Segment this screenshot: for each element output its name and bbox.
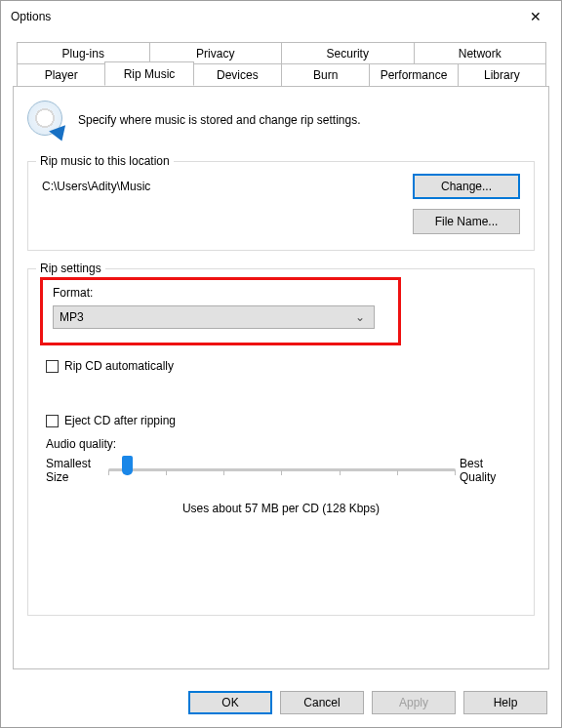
cancel-button[interactable]: Cancel [280, 691, 364, 714]
ok-button[interactable]: OK [188, 691, 272, 714]
panel-description: Specify where music is stored and change… [78, 113, 360, 127]
tab-burn[interactable]: Burn [281, 63, 370, 86]
options-dialog: Options ✕ Plug-ins Privacy Security Netw… [0, 0, 562, 728]
apply-button[interactable]: Apply [372, 691, 456, 714]
tab-security[interactable]: Security [281, 42, 415, 64]
audio-quality-label: Audio quality: [46, 437, 520, 451]
format-label: Format: [53, 286, 388, 300]
tab-strip: Plug-ins Privacy Security Network Player… [13, 42, 549, 87]
tab-performance[interactable]: Performance [369, 63, 458, 86]
slider-thumb[interactable] [122, 456, 133, 475]
window-title: Options [11, 10, 514, 23]
tab-panel-rip-music: Specify where music is stored and change… [13, 86, 549, 669]
eject-label: Eject CD after ripping [64, 414, 176, 427]
tab-devices[interactable]: Devices [193, 63, 282, 86]
file-name-button[interactable]: File Name... [413, 209, 520, 234]
tab-rip-music[interactable]: Rip Music [104, 61, 193, 86]
audio-quality-slider-row: Smallest Size Best Quality [46, 457, 516, 492]
group-rip-settings-legend: Rip settings [36, 262, 105, 275]
dialog-button-bar: OK Cancel Apply Help [1, 678, 561, 727]
group-rip-location-legend: Rip music to this location [36, 154, 174, 168]
rip-location-path: C:\Users\Adity\Music [42, 174, 403, 193]
rip-auto-row[interactable]: Rip CD automatically [46, 359, 520, 373]
audio-quality-usage: Uses about 57 MB per CD (128 Kbps) [42, 502, 520, 515]
tab-player[interactable]: Player [17, 63, 105, 86]
tab-library[interactable]: Library [458, 63, 546, 86]
panel-header: Specify where music is stored and change… [27, 101, 535, 140]
content-area: Plug-ins Privacy Security Network Player… [1, 32, 561, 678]
rip-auto-label: Rip CD automatically [64, 359, 174, 373]
eject-row[interactable]: Eject CD after ripping [46, 414, 520, 427]
format-highlight: Format: MP3 ⌄ [40, 277, 401, 345]
eject-checkbox[interactable] [46, 415, 59, 427]
chevron-down-icon: ⌄ [352, 310, 368, 324]
format-value: MP3 [60, 310, 352, 324]
slider-min-label: Smallest Size [46, 457, 104, 484]
slider-max-label: Best Quality [460, 457, 516, 484]
cd-rip-icon [27, 101, 66, 140]
close-icon[interactable]: ✕ [514, 2, 557, 31]
audio-quality-slider[interactable] [108, 457, 456, 492]
titlebar: Options ✕ [1, 1, 561, 32]
help-button[interactable]: Help [463, 691, 547, 714]
group-rip-settings: Rip settings Format: MP3 ⌄ Rip CD automa… [27, 268, 535, 616]
format-combobox[interactable]: MP3 ⌄ [53, 305, 375, 329]
change-location-button[interactable]: Change... [413, 174, 520, 199]
group-rip-location: Rip music to this location C:\Users\Adit… [27, 161, 535, 251]
tab-network[interactable]: Network [414, 42, 547, 64]
rip-auto-checkbox[interactable] [46, 360, 59, 373]
